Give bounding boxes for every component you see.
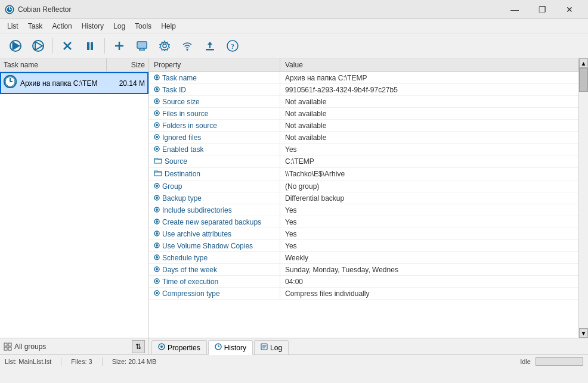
menu-tools[interactable]: Tools — [130, 21, 156, 32]
bullet-icon — [154, 86, 160, 92]
tab-log[interactable]: Log — [254, 340, 289, 354]
svg-point-20 — [187, 49, 188, 51]
pause-button[interactable] — [79, 36, 101, 56]
table-row: Folders in source Not available — [149, 120, 578, 132]
scrollbar-thumb[interactable] — [579, 68, 588, 92]
scrollbar-up-button[interactable]: ▲ — [579, 58, 588, 68]
tab-history[interactable]: History — [208, 340, 253, 355]
prop-row-icon — [154, 122, 160, 129]
left-panel: Task name Size Архив на папка C:\TEM 20.… — [0, 58, 149, 354]
upload-button[interactable] — [199, 36, 221, 56]
minimize-button[interactable]: — — [501, 0, 528, 19]
svg-point-53 — [156, 208, 158, 211]
prop-row-icon — [154, 74, 160, 82]
property-value-cell: Yes — [280, 228, 578, 239]
property-value-cell: Not available — [280, 96, 578, 107]
folder-icon — [154, 169, 162, 178]
run-scheduled-button[interactable] — [27, 36, 49, 56]
svg-rect-31 — [8, 343, 11, 346]
computer-button[interactable] — [131, 36, 153, 56]
menu-task[interactable]: Task — [23, 21, 48, 32]
status-progress-bar — [536, 357, 583, 366]
property-label: Time of execution — [162, 278, 218, 286]
property-label: Include subdirectories — [162, 206, 232, 214]
prop-row-icon — [154, 110, 160, 117]
bullet-icon — [154, 219, 160, 225]
svg-point-43 — [156, 124, 158, 126]
property-label: Days of the week — [162, 266, 217, 274]
tab-history-label: History — [224, 344, 246, 352]
all-groups-label: All groups — [14, 342, 46, 351]
bullet-icon — [154, 290, 160, 296]
bullet-icon — [154, 278, 160, 284]
status-sep-2 — [102, 357, 103, 366]
property-col-header: Property — [149, 58, 280, 71]
menu-log[interactable]: Log — [109, 21, 130, 32]
table-row: Time of execution 04:00 — [149, 276, 578, 288]
bullet-icon — [154, 110, 160, 116]
property-value-cell: \\Tachko\E$\Arhive — [280, 168, 578, 180]
svg-point-39 — [156, 100, 158, 102]
property-value-cell: Not available — [280, 132, 578, 143]
prop-row-icon — [154, 231, 160, 238]
status-sep-1 — [61, 357, 61, 366]
svg-point-41 — [156, 112, 158, 114]
table-row: Days of the week Sunday, Monday, Tuesday… — [149, 264, 578, 276]
table-row: Compression type Compress files individu… — [149, 288, 578, 300]
add-button[interactable] — [109, 36, 130, 56]
svg-point-49 — [156, 185, 158, 187]
prop-row-icon — [154, 98, 160, 105]
status-bar: List: MainList.lst Files: 3 Size: 20.14 … — [0, 354, 588, 368]
task-name-label: Архив на папка C:\TEM — [20, 79, 112, 88]
table-row: Schedule type Weekly — [149, 252, 578, 264]
run-button[interactable] — [5, 36, 26, 56]
property-name-cell: Ignored files — [149, 132, 280, 143]
svg-point-61 — [156, 256, 158, 259]
property-name-cell: Time of execution — [149, 276, 280, 287]
restore-button[interactable]: ❐ — [528, 0, 556, 19]
task-list-body: Архив на папка C:\TEM 20.14 M — [0, 72, 148, 338]
property-label: Files in source — [162, 110, 208, 118]
wifi-button[interactable] — [177, 36, 198, 56]
task-row[interactable]: Архив на папка C:\TEM 20.14 M — [0, 72, 148, 94]
table-row: Source size Not available — [149, 96, 578, 108]
tab-properties[interactable]: Properties — [151, 340, 207, 354]
property-name-cell: Destination — [149, 168, 280, 180]
task-name-header[interactable]: Task name — [0, 58, 107, 71]
stop-button[interactable] — [57, 36, 78, 56]
sort-button[interactable]: ⇅ — [132, 340, 145, 353]
help-button[interactable]: ? — [222, 36, 243, 56]
scrollbar-down-button[interactable]: ▼ — [579, 328, 588, 338]
bullet-icon — [154, 195, 160, 201]
property-label: Ignored files — [162, 133, 201, 142]
property-label: Enabled task — [162, 145, 203, 154]
property-name-cell: Include subdirectories — [149, 204, 280, 216]
menu-action[interactable]: Action — [47, 21, 76, 32]
bullet-icon — [154, 146, 160, 152]
prop-row-icon — [154, 254, 160, 261]
menu-list[interactable]: List — [2, 21, 23, 32]
property-name-cell: Enabled task — [149, 144, 280, 155]
bullet-icon — [154, 74, 160, 80]
table-row: Source C:\TEMP — [149, 155, 578, 168]
value-col-header: Value — [280, 58, 578, 71]
svg-marker-22 — [208, 42, 212, 45]
prop-row-icon — [154, 169, 162, 179]
task-size-header[interactable]: Size — [107, 58, 148, 71]
menu-history[interactable]: History — [77, 21, 109, 32]
all-groups-button[interactable]: All groups — [4, 342, 129, 351]
scrollbar[interactable]: ▲ ▼ — [578, 58, 588, 338]
app-icon — [5, 5, 14, 14]
history-tab-icon — [215, 343, 222, 352]
property-name-cell: Create new separated backups — [149, 216, 280, 228]
settings-button[interactable] — [154, 36, 175, 56]
close-button[interactable]: ✕ — [556, 0, 583, 19]
menu-help[interactable]: Help — [156, 21, 181, 32]
property-name-cell: Use Volume Shadow Copies — [149, 240, 280, 251]
property-value-cell: 04:00 — [280, 276, 578, 287]
svg-text:?: ? — [231, 42, 234, 51]
property-name-cell: Group — [149, 180, 280, 192]
property-value-cell: Compress files individually — [280, 288, 578, 299]
property-name-cell: Backup type — [149, 192, 280, 204]
property-name-cell: Schedule type — [149, 252, 280, 263]
